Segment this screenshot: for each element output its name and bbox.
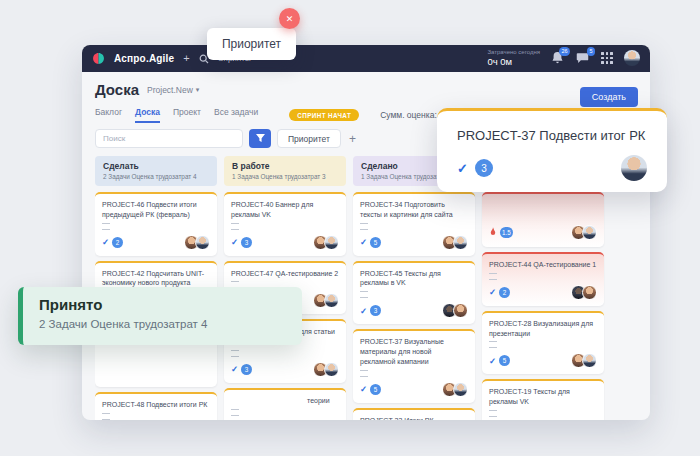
- task-title: PROJECT-37 Визуальные материалы для ново…: [360, 337, 468, 366]
- checkmark-icon: ✓: [231, 237, 238, 247]
- description-icon: [489, 341, 497, 348]
- project-select[interactable]: Project.New ▾: [147, 85, 199, 95]
- checkmark-icon: ✓: [360, 237, 367, 247]
- column-title: В работе: [232, 161, 338, 171]
- assignee-avatar: [195, 235, 210, 250]
- app-name: Аспро.Agile: [114, 53, 174, 64]
- description-icon: [231, 223, 239, 230]
- task-title: PROJECT-34 Подготовить тексты и картинки…: [360, 200, 468, 220]
- task-title: PROJECT-44 QA-тестирование 1: [489, 260, 597, 270]
- task-card-project-19[interactable]: PROJECT-19 Тексты для рекламы VK✓5: [482, 379, 604, 420]
- column-header-in-progress: В работе1 Задача Оценка трудозатрат 3: [224, 156, 346, 186]
- task-card-project-34[interactable]: PROJECT-34 Подготовить тексты и картинки…: [353, 192, 475, 256]
- tab-проект[interactable]: Проект: [173, 107, 201, 123]
- tab-баклог[interactable]: Баклог: [95, 107, 122, 123]
- accepted-column-popup: Принято 2 Задачи Оценка трудозатрат 4: [18, 287, 302, 345]
- task-card-project-40[interactable]: PROJECT-40 Баннер для рекламы VK✓3: [224, 192, 346, 256]
- task-card[interactable]: теории✓3: [224, 388, 346, 420]
- assignee-avatar: [453, 382, 468, 397]
- task-card-project-28[interactable]: PROJECT-28 Визуализация для презентации✓…: [482, 311, 604, 375]
- user-avatar[interactable]: [624, 50, 640, 66]
- search-input[interactable]: [95, 129, 243, 148]
- checkmark-icon: ✓: [360, 306, 367, 316]
- task-title: PROJECT-19 Тексты для рекламы VK: [489, 387, 597, 407]
- estimate-badge: 3: [475, 159, 493, 177]
- description-icon: [489, 410, 497, 417]
- estimate-badge: 3: [370, 305, 381, 316]
- notifications-bell-icon[interactable]: 26: [551, 51, 565, 65]
- task-title: PROJECT-45 Тексты для рекламы в VK: [360, 269, 468, 289]
- task-preview-title: PROJECT-37 Подвести итог РК: [437, 111, 667, 143]
- task-title: PROJECT-40 Баннер для рекламы VK: [231, 200, 339, 220]
- accepted-popup-title: Принято: [39, 296, 302, 313]
- app-window: Аспро.Agile + Спринты Затрачено сегодня …: [82, 45, 650, 420]
- task-card-project-37[interactable]: PROJECT-37 Визуальные материалы для ново…: [353, 329, 475, 402]
- estimate-badge: 5: [499, 355, 510, 366]
- estimate-badge: 5: [370, 384, 381, 395]
- apps-grid-icon[interactable]: [601, 52, 613, 64]
- task-title: теории: [231, 396, 339, 406]
- task-card-project-44[interactable]: PROJECT-44 QA-тестирование 1✓2: [482, 252, 604, 306]
- assignee-avatar: [324, 293, 339, 308]
- top-navigation-bar: Аспро.Agile + Спринты Затрачено сегодня …: [82, 45, 650, 72]
- messages-icon[interactable]: 5: [576, 51, 590, 65]
- accepted-popup-subtitle: 2 Задачи Оценка трудозатрат 4: [39, 318, 302, 330]
- checkmark-icon: ✓: [489, 356, 496, 366]
- task-card[interactable]: 1.5: [482, 192, 604, 247]
- column-title: Сделать: [103, 161, 209, 171]
- description-icon: [360, 370, 368, 377]
- column-header-todo: Сделать2 Задачи Оценка трудозатрат 4: [95, 156, 217, 186]
- column-subtitle: 2 Задачи Оценка трудозатрат 4: [103, 173, 209, 180]
- app-logo-icon: [92, 52, 105, 65]
- checkmark-icon: ✓: [231, 364, 238, 374]
- chevron-down-icon: ▾: [196, 86, 200, 94]
- estimate-badge: 3: [241, 364, 252, 375]
- description-icon: [231, 350, 239, 357]
- tab-доска[interactable]: Доска: [135, 107, 160, 123]
- assignee-avatar: [582, 285, 597, 300]
- description-icon: [360, 223, 368, 230]
- priority-tooltip: Приоритет: [207, 28, 296, 60]
- assignee-avatar: [324, 362, 339, 377]
- assignee-avatar: [582, 353, 597, 368]
- tab-все-задачи[interactable]: Все задачи: [214, 107, 258, 123]
- task-card-project-45[interactable]: PROJECT-45 Тексты для рекламы в VK✓3: [353, 261, 475, 325]
- column-subtitle: 1 Задача Оценка трудозатрат 3: [232, 173, 338, 180]
- board-column-accepted: Принято2 Задачи Оценка трудозатрат 41.5P…: [482, 156, 604, 420]
- messages-badge: 5: [587, 47, 595, 55]
- page-title: Доска: [95, 81, 139, 98]
- description-icon: [231, 409, 239, 416]
- task-title: PROJECT-28 Визуализация для презентации: [489, 319, 597, 339]
- create-button[interactable]: Создать: [580, 87, 638, 107]
- board-column-done: Сделано1 Задача Оценка трудозатратPROJEC…: [353, 156, 475, 420]
- task-title: [489, 200, 597, 218]
- bell-badge: 26: [559, 47, 570, 55]
- task-card-project-48[interactable]: PROJECT-48 Подвести итоги РК✓2: [95, 392, 217, 420]
- add-icon[interactable]: +: [183, 53, 189, 64]
- assignee-avatar: [582, 225, 597, 240]
- task-title: PROJECT-42 Подсчитать UNIT-экономику нов…: [102, 269, 210, 289]
- estimate-badge: 1.5: [500, 227, 513, 238]
- filter-button[interactable]: [249, 129, 271, 148]
- task-card-project-23[interactable]: PROJECT-23 Итоги РК✓5: [353, 408, 475, 420]
- description-icon: [489, 273, 497, 280]
- checkmark-icon: ✓: [489, 287, 496, 297]
- priority-filter-button[interactable]: Приоритет: [277, 129, 341, 148]
- checkmark-icon: ✓: [360, 384, 367, 394]
- priority-tooltip-label: Приоритет: [222, 37, 281, 51]
- close-icon[interactable]: ✕: [279, 8, 300, 29]
- description-icon: [102, 413, 110, 420]
- estimate-badge: 2: [499, 287, 510, 298]
- assignee-avatar: [324, 235, 339, 250]
- task-preview-card[interactable]: PROJECT-37 Подвести итог РК ✓ 3: [437, 108, 667, 192]
- task-title: PROJECT-23 Итоги РК: [360, 416, 468, 420]
- assignee-avatar: [621, 155, 647, 181]
- checkmark-icon: ✓: [102, 237, 109, 247]
- estimate-badge: 3: [241, 237, 252, 248]
- task-card-project-46[interactable]: PROJECT-46 Подвести итоги предыдущей РК …: [95, 192, 217, 256]
- funnel-icon: [256, 134, 265, 143]
- time-tracked: Затрачено сегодня 0ч 0м: [487, 49, 540, 68]
- add-filter-button[interactable]: +: [347, 132, 358, 146]
- description-icon: [360, 291, 368, 298]
- assignee-avatar: [453, 303, 468, 318]
